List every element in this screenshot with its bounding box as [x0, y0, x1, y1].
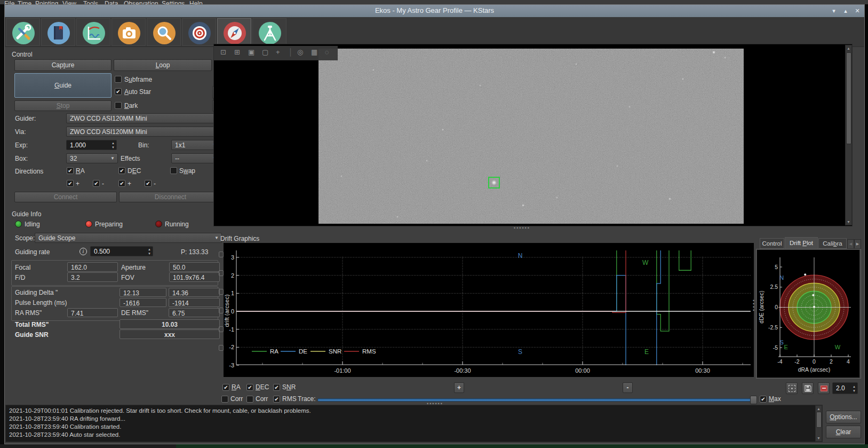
- scroll-up-icon[interactable]: ▲: [846, 46, 851, 50]
- zoom-out-trace-button[interactable]: -: [623, 382, 633, 393]
- loop-button[interactable]: Loop: [114, 59, 212, 71]
- scroll-down-icon[interactable]: ▼: [846, 220, 851, 224]
- dec-minus-checkbox[interactable]: [145, 180, 152, 187]
- menu-file[interactable]: File: [4, 0, 14, 4]
- menu-settings[interactable]: Settings: [162, 0, 185, 4]
- svg-text:DE: DE: [299, 348, 307, 355]
- zoom-actual-icon[interactable]: ▢: [262, 48, 268, 56]
- graph-snr-checkbox[interactable]: [273, 384, 280, 391]
- disconnect-button[interactable]: Disconnect: [119, 192, 222, 202]
- ra-corr-checkbox[interactable]: [221, 396, 228, 403]
- zoom-in-trace-button[interactable]: +: [454, 382, 464, 393]
- autostar-checkbox[interactable]: [115, 88, 122, 95]
- tab-mount[interactable]: [252, 18, 286, 46]
- tab-scroll-right-icon[interactable]: ▶: [854, 239, 861, 249]
- maximize-icon[interactable]: ▴: [841, 6, 850, 15]
- options-button[interactable]: Options...: [826, 411, 861, 423]
- drift-plot: 52.50-2.5-5-4-2024dRA (arcsec)dDE (arcse…: [757, 250, 859, 378]
- zoom-in-icon[interactable]: ⊡: [220, 48, 226, 56]
- zoom-out-icon[interactable]: ⊞: [234, 48, 240, 56]
- guiding-rate-spinbox[interactable]: 0.500 ▲▼: [90, 246, 153, 256]
- tab-scheduler[interactable]: [41, 18, 75, 46]
- dec-plus-checkbox[interactable]: [118, 180, 125, 187]
- zoom-fit-icon[interactable]: ▣: [248, 48, 254, 56]
- trace-slider-handle[interactable]: [750, 396, 757, 404]
- spin-arrows-icon[interactable]: ▲▼: [112, 141, 115, 150]
- tab-focus[interactable]: [147, 18, 181, 46]
- graph-dec-checkbox[interactable]: [246, 384, 253, 391]
- running-led: [155, 221, 162, 227]
- focal-value: 162.0: [67, 262, 118, 272]
- crosshair-icon[interactable]: ◎: [297, 48, 303, 56]
- titlebar[interactable]: Ekos - My Astro Gear Profile — KStars ▾ …: [5, 5, 864, 17]
- effects-combo[interactable]: --▼: [171, 153, 220, 163]
- minimize-icon[interactable]: ▾: [829, 6, 839, 15]
- box-combo[interactable]: 32▼: [66, 153, 118, 163]
- tab-capture[interactable]: [112, 18, 146, 46]
- ra-direction-checkbox[interactable]: [67, 167, 74, 174]
- guide-camera-view[interactable]: ▲ ▼: [213, 44, 853, 226]
- scroll-up-icon[interactable]: ▲: [816, 407, 822, 411]
- menu-time[interactable]: Time: [18, 0, 31, 4]
- menu-tools[interactable]: Tools: [83, 0, 98, 4]
- guide-star-box[interactable]: [488, 177, 500, 188]
- running-label: Running: [165, 221, 189, 228]
- swap-checkbox[interactable]: [170, 167, 177, 174]
- guider-combo[interactable]: ZWO CCD ASI120MM Mini▼: [66, 113, 222, 123]
- rms-checkbox[interactable]: [273, 396, 280, 403]
- guiding-delta-label: Guiding Delta ": [15, 289, 58, 296]
- dec-corr-checkbox[interactable]: [246, 396, 253, 403]
- scope-combo[interactable]: Guide Scope▼: [35, 233, 222, 243]
- menu-observation[interactable]: Observation: [124, 0, 158, 4]
- menu-data[interactable]: Data: [105, 0, 118, 4]
- dec-direction-checkbox[interactable]: [118, 167, 125, 174]
- horizontal-splitter[interactable]: ••••••: [514, 225, 530, 231]
- image-scrollbar-thumb[interactable]: [846, 52, 851, 144]
- stop-button[interactable]: Stop: [14, 100, 112, 111]
- spin-arrows-icon[interactable]: ▲▼: [148, 247, 151, 256]
- scroll-down-icon[interactable]: ▼: [816, 436, 822, 440]
- guide-button[interactable]: Guide: [14, 73, 112, 98]
- graph-ra-checkbox[interactable]: [222, 384, 229, 391]
- spin-arrows-icon[interactable]: ▲▼: [853, 384, 856, 393]
- tab-calibration[interactable]: Calibra: [818, 238, 847, 249]
- trace-slider[interactable]: [317, 398, 752, 402]
- delta-ra-value: 12.13: [120, 288, 166, 297]
- export-graph-button[interactable]: [802, 382, 814, 394]
- log-scrollbar[interactable]: ▲ ▼: [815, 405, 822, 442]
- tab-scroll-left-icon[interactable]: ◀: [847, 239, 854, 249]
- max-checkbox[interactable]: [760, 396, 767, 403]
- grid-icon[interactable]: ▦: [311, 48, 317, 56]
- clear-graph-button[interactable]: [818, 382, 830, 394]
- via-combo[interactable]: ZWO CCD ASI120MM Mini▼: [66, 127, 222, 137]
- dark-checkbox[interactable]: [115, 102, 122, 109]
- bin-label: Bin:: [138, 142, 149, 149]
- subframe-checkbox[interactable]: [115, 76, 122, 83]
- menu-pointing[interactable]: Pointing: [35, 0, 58, 4]
- ra-plus-checkbox[interactable]: [67, 180, 74, 187]
- tab-guide[interactable]: [217, 18, 251, 46]
- tab-setup[interactable]: [6, 18, 40, 46]
- star: [442, 129, 444, 131]
- autoscale-graphs-button[interactable]: [786, 382, 798, 394]
- tab-analyze[interactable]: [76, 18, 110, 46]
- menu-help[interactable]: Help: [189, 0, 203, 4]
- mark-circle-icon[interactable]: ◌: [325, 48, 329, 56]
- scope-value: Guide Scope: [38, 234, 75, 242]
- pan-icon[interactable]: +: [276, 48, 280, 56]
- log-scrollbar-thumb[interactable]: [816, 412, 822, 428]
- tab-align[interactable]: [182, 18, 216, 46]
- connect-button[interactable]: Connect: [14, 192, 117, 202]
- image-scrollbar[interactable]: ▲ ▼: [845, 45, 852, 225]
- capture-button[interactable]: Capture: [14, 59, 112, 71]
- close-icon[interactable]: ✕: [853, 6, 862, 15]
- accuracy-radius-spinbox[interactable]: 2.0 ▲▼: [832, 382, 858, 394]
- clear-log-button[interactable]: Clear: [826, 426, 861, 438]
- bin-combo[interactable]: 1x1▼: [171, 140, 220, 150]
- tab-drift-plot[interactable]: Drift Plot: [785, 237, 818, 249]
- effects-label: Effects: [121, 155, 140, 162]
- exposure-spinbox[interactable]: 1.000 ▲▼: [66, 140, 117, 150]
- tab-control-panel[interactable]: Control: [760, 238, 784, 249]
- menu-view[interactable]: View: [62, 0, 76, 4]
- ra-minus-checkbox[interactable]: [93, 180, 100, 187]
